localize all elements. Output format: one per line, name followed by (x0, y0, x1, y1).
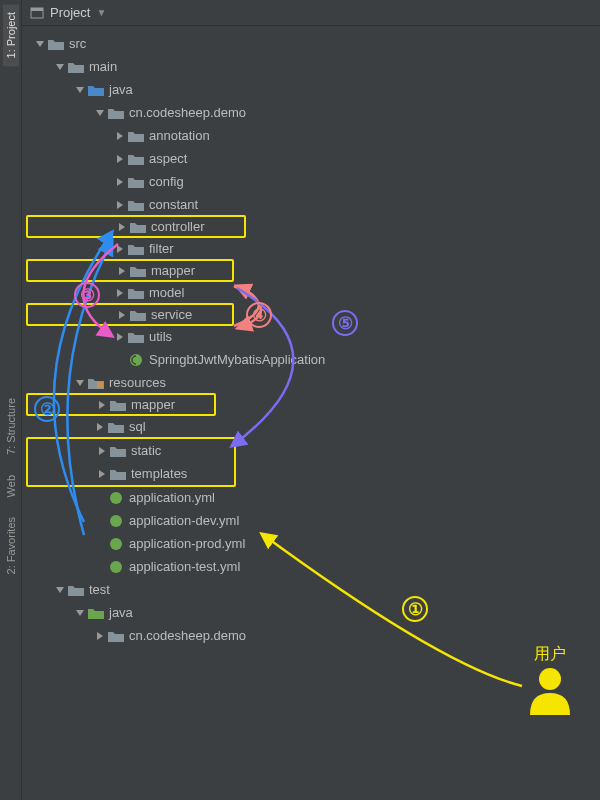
tree-node-config[interactable]: config (26, 170, 600, 193)
collapse-icon[interactable] (114, 199, 126, 211)
folder-icon (68, 583, 84, 597)
package-icon (108, 629, 124, 643)
svg-rect-3 (97, 382, 103, 388)
tree-node-mapper[interactable]: mapper (26, 259, 234, 282)
tree-node-java[interactable]: java (26, 78, 600, 101)
package-icon (128, 175, 144, 189)
tree-node-controller[interactable]: controller (26, 215, 246, 238)
chevron-down-icon[interactable]: ▼ (96, 7, 106, 18)
tree-node-static[interactable]: static (28, 439, 234, 462)
collapse-icon[interactable] (116, 265, 128, 277)
collapse-icon[interactable] (94, 630, 106, 642)
package-icon (128, 129, 144, 143)
spring-config-icon (108, 491, 124, 505)
side-tabs: 1: Project 7: Structure Web 2: Favorites (0, 0, 22, 800)
package-icon (128, 330, 144, 344)
collapse-icon[interactable] (114, 287, 126, 299)
tree-node-app-test-yml[interactable]: application-test.yml (26, 555, 600, 578)
expand-icon[interactable] (74, 84, 86, 96)
folder-icon (110, 467, 126, 481)
svg-rect-1 (31, 8, 43, 11)
svg-point-6 (110, 538, 122, 550)
tab-web[interactable]: Web (3, 467, 19, 505)
tree-node-app-prod-yml[interactable]: application-prod.yml (26, 532, 600, 555)
tree-node-aspect[interactable]: aspect (26, 147, 600, 170)
expand-icon[interactable] (74, 377, 86, 389)
package-icon (108, 106, 124, 120)
collapse-icon[interactable] (96, 445, 108, 457)
tree-node-constant[interactable]: constant (26, 193, 600, 216)
tab-project[interactable]: 1: Project (3, 4, 19, 66)
tree-node-test-pkg[interactable]: cn.codesheep.demo (26, 624, 600, 647)
tree-node-app-yml[interactable]: application.yml (26, 486, 600, 509)
folder-icon (110, 444, 126, 458)
collapse-icon[interactable] (114, 176, 126, 188)
collapse-icon[interactable] (94, 421, 106, 433)
tree-node-package[interactable]: cn.codesheep.demo (26, 101, 600, 124)
package-icon (128, 242, 144, 256)
collapse-icon[interactable] (114, 243, 126, 255)
tree-node-annotation[interactable]: annotation (26, 124, 600, 147)
collapse-icon[interactable] (114, 130, 126, 142)
collapse-icon[interactable] (96, 468, 108, 480)
svg-point-4 (110, 492, 122, 504)
package-icon (128, 198, 144, 212)
tree-node-resources[interactable]: resources (26, 371, 600, 394)
expand-icon[interactable] (54, 584, 66, 596)
collapse-icon[interactable] (96, 399, 108, 411)
tab-structure[interactable]: 7: Structure (3, 390, 19, 463)
project-icon (30, 6, 44, 20)
tab-favorites[interactable]: 2: Favorites (3, 509, 19, 582)
tree-node-service[interactable]: service (26, 303, 234, 326)
svg-point-7 (110, 561, 122, 573)
folder-icon (108, 420, 124, 434)
package-icon (128, 152, 144, 166)
folder-source-icon (88, 83, 104, 97)
expand-icon[interactable] (54, 61, 66, 73)
package-icon (130, 220, 146, 234)
package-icon (130, 264, 146, 278)
expand-icon[interactable] (74, 607, 86, 619)
svg-point-5 (110, 515, 122, 527)
expand-icon[interactable] (94, 107, 106, 119)
folder-test-icon (88, 606, 104, 620)
tree-node-main[interactable]: main (26, 55, 600, 78)
folder-icon (48, 37, 64, 51)
toolbar: Project ▼ (22, 0, 600, 26)
folder-icon (68, 60, 84, 74)
spring-config-icon (108, 560, 124, 574)
tree-node-app-dev-yml[interactable]: application-dev.yml (26, 509, 600, 532)
tree-node-app-class[interactable]: SpringbtJwtMybatisApplication (26, 348, 600, 371)
tree-node-templates[interactable]: templates (28, 462, 234, 485)
project-tree: src main java cn.codesheep.demo annotati (22, 26, 600, 800)
folder-icon (110, 398, 126, 412)
package-icon (128, 286, 144, 300)
collapse-icon[interactable] (116, 309, 128, 321)
spring-config-icon (108, 537, 124, 551)
tree-node-filter[interactable]: filter (26, 237, 600, 260)
collapse-icon[interactable] (114, 331, 126, 343)
expand-icon[interactable] (34, 38, 46, 50)
tree-node-test-java[interactable]: java (26, 601, 600, 624)
tree-node-test[interactable]: test (26, 578, 600, 601)
tree-node-model[interactable]: model (26, 281, 600, 304)
folder-resources-icon (88, 376, 104, 390)
spring-config-icon (108, 514, 124, 528)
spring-class-icon (128, 353, 144, 367)
tree-node-utils[interactable]: utils (26, 325, 600, 348)
collapse-icon[interactable] (116, 221, 128, 233)
collapse-icon[interactable] (114, 153, 126, 165)
tree-node-res-mapper[interactable]: mapper (26, 393, 216, 416)
tree-node-sql[interactable]: sql (26, 415, 600, 438)
package-icon (130, 308, 146, 322)
toolbar-title: Project (50, 5, 90, 20)
tree-node-src[interactable]: src (26, 32, 600, 55)
